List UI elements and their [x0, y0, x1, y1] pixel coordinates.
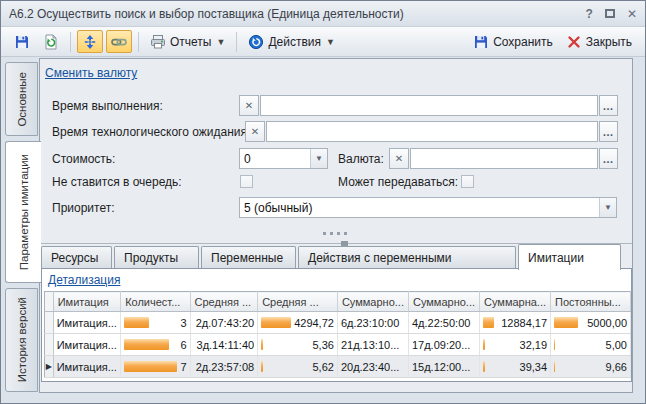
transferable-checkbox[interactable]: [461, 175, 474, 188]
expand-collapse-toggle-button[interactable]: [77, 30, 103, 53]
cell-value: 3: [177, 317, 186, 329]
table-cell[interactable]: Имитация...: [53, 356, 120, 378]
tab-simulations[interactable]: Имитации: [518, 244, 621, 270]
tab-variable-actions[interactable]: Действия с переменными: [298, 246, 516, 269]
row-indicator-cell: ▶: [45, 356, 54, 378]
currency-browse-button[interactable]: …: [599, 148, 618, 169]
no-queue-label: Не ставится в очередь:: [52, 175, 182, 189]
priority-combobox[interactable]: 5 (обычный) ▼: [239, 197, 617, 218]
column-header[interactable]: Суммарна...: [480, 292, 551, 312]
simulations-table[interactable]: ИмитацияКоличест...Средняя ...Средняя ..…: [44, 291, 631, 378]
title-bar[interactable]: А6.2 Осуществить поиск и выбор поставщик…: [1, 1, 645, 27]
column-header[interactable]: Имитация: [53, 292, 120, 312]
side-tab-version-history[interactable]: История версий: [5, 288, 38, 392]
cell-value: 32,19: [517, 339, 548, 351]
column-header[interactable]: Количест...: [121, 292, 190, 312]
execution-time-label: Время выполнения:: [52, 99, 163, 113]
toolbar-separator: [236, 32, 237, 52]
table-cell[interactable]: 9,66: [551, 356, 631, 378]
table-cell[interactable]: Имитация...: [53, 312, 120, 334]
table-cell[interactable]: 12884,17: [480, 312, 551, 334]
toolbar-separator: [138, 32, 139, 52]
window-title: А6.2 Осуществить поиск и выбор поставщик…: [9, 7, 586, 21]
help-icon[interactable]: ?: [586, 8, 593, 20]
currency-input[interactable]: [410, 148, 598, 169]
clear-x-icon: ✕: [251, 126, 259, 137]
column-header[interactable]: Суммарно...: [337, 292, 408, 312]
table-row[interactable]: Имитация...32д.07:43:204294,726д.23:10:0…: [45, 312, 631, 334]
side-tab-label: Основные: [16, 72, 28, 127]
actions-menu-button[interactable]: Действия ▼: [243, 30, 340, 53]
table-cell[interactable]: 5,36: [258, 334, 338, 356]
column-header[interactable]: Суммарно...: [408, 292, 479, 312]
side-tab-main[interactable]: Основные: [5, 62, 38, 136]
data-bar: [124, 361, 177, 372]
execution-time-browse-button[interactable]: …: [599, 95, 618, 116]
cell-value: 5000,00: [584, 317, 627, 329]
tech-wait-time-clear-button[interactable]: ✕: [245, 121, 265, 142]
side-tab-label: Параметры имитации: [18, 154, 30, 270]
refresh-document-button[interactable]: [38, 30, 64, 53]
table-cell[interactable]: 6: [121, 334, 190, 356]
table-cell[interactable]: 3д.14:11:40: [190, 334, 258, 356]
chevron-down-icon[interactable]: ▼: [599, 198, 616, 217]
table-cell[interactable]: 32,19: [480, 334, 551, 356]
table-cell[interactable]: 5000,00: [551, 312, 631, 334]
close-icon[interactable]: ✕: [627, 8, 637, 20]
chevron-down-icon: ▼: [326, 37, 335, 47]
actions-circle-icon: [248, 34, 264, 50]
tab-products[interactable]: Продукты: [114, 246, 199, 269]
bottom-tab-strip: Ресурсы Продукты Переменные Действия с п…: [41, 243, 623, 269]
clear-x-icon: ✕: [395, 153, 403, 164]
refresh-document-icon: [43, 34, 59, 50]
table-cell[interactable]: 17д.09:20...: [408, 334, 479, 356]
splitter-handle[interactable]: [323, 232, 347, 235]
reports-menu-button[interactable]: Отчеты ▼: [145, 30, 230, 53]
column-header[interactable]: Средняя ...: [190, 292, 258, 312]
column-header[interactable]: Средняя ...: [258, 292, 338, 312]
table-cell[interactable]: 15д.12:00...: [408, 356, 479, 378]
table-cell[interactable]: 4294,72: [258, 312, 338, 334]
no-queue-checkbox[interactable]: [240, 175, 253, 188]
row-indicator-cell: [45, 312, 54, 334]
table-cell[interactable]: 2д.07:43:20: [190, 312, 258, 334]
table-cell[interactable]: 20д.23:40...: [337, 356, 408, 378]
data-bar: [483, 317, 494, 328]
save-button[interactable]: Сохранить: [468, 30, 558, 53]
table-cell[interactable]: 21д.13:10...: [337, 334, 408, 356]
side-tab-simulation-params[interactable]: Параметры имитации: [5, 141, 41, 283]
column-header[interactable]: Постоянны...: [551, 292, 631, 312]
table-cell[interactable]: 5,62: [258, 356, 338, 378]
table-cell[interactable]: 39,34: [480, 356, 551, 378]
table-cell[interactable]: 2д.23:57:08: [190, 356, 258, 378]
cell-value: 4294,72: [291, 317, 334, 329]
cell-value: 2д.07:43:20: [196, 317, 254, 329]
link-toggle-button[interactable]: [106, 30, 132, 53]
tab-resources[interactable]: Ресурсы: [41, 246, 112, 269]
chevron-down-icon[interactable]: ▼: [310, 149, 327, 168]
close-button[interactable]: Закрыть: [561, 30, 637, 53]
table-cell[interactable]: 4д.22:50:00: [408, 312, 479, 334]
table-cell[interactable]: 6д.23:10:00: [337, 312, 408, 334]
table-cell[interactable]: Имитация...: [53, 334, 120, 356]
clear-x-icon: ✕: [245, 100, 253, 111]
maximize-icon[interactable]: [605, 9, 615, 18]
data-bar: [554, 339, 555, 350]
table-row[interactable]: ▶Имитация...72д.23:57:085,6220д.23:40...…: [45, 356, 631, 378]
table-cell[interactable]: 3: [121, 312, 190, 334]
table-cell[interactable]: 5,00: [551, 334, 631, 356]
execution-time-clear-button[interactable]: ✕: [239, 95, 259, 116]
tech-wait-time-browse-button[interactable]: …: [599, 121, 618, 142]
table-cell[interactable]: 7: [121, 356, 190, 378]
cost-combobox[interactable]: 0 ▼: [239, 148, 328, 169]
close-label: Закрыть: [586, 35, 632, 49]
currency-clear-button[interactable]: ✕: [389, 148, 409, 169]
tab-variables[interactable]: Переменные: [201, 246, 296, 269]
tech-wait-time-input[interactable]: [266, 121, 598, 142]
details-link[interactable]: Детализация: [48, 273, 120, 287]
execution-time-input[interactable]: [260, 95, 598, 116]
change-currency-link[interactable]: Сменить валюту: [45, 66, 137, 80]
table-row[interactable]: Имитация...63д.14:11:405,3621д.13:10...1…: [45, 334, 631, 356]
save-icon-button[interactable]: [9, 30, 35, 53]
simulation-params-panel: Сменить валюту Время выполнения: ✕ … Вре…: [39, 58, 633, 393]
